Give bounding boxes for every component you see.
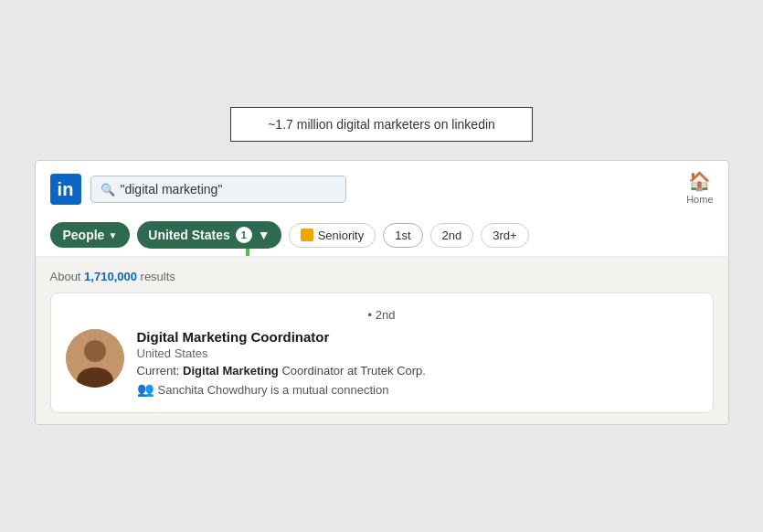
people-label: People bbox=[63, 228, 105, 242]
current-bold: Digital Marketing bbox=[183, 364, 279, 378]
country-dropdown-icon: ▼ bbox=[258, 228, 270, 242]
search-query-text: "digital marketing" bbox=[121, 182, 223, 197]
home-icon: 🏠 bbox=[688, 170, 711, 192]
results-area: About 1,710,000 results • 2nd Digital Ma… bbox=[36, 259, 728, 424]
person-info: Digital Marketing Coordinator United Sta… bbox=[66, 329, 698, 398]
connection-degree-text: • 2nd bbox=[368, 308, 396, 322]
home-button[interactable]: 🏠 Home bbox=[686, 170, 713, 205]
country-count-badge: 1 bbox=[236, 227, 252, 243]
connection-degree: • 2nd bbox=[66, 308, 698, 322]
person-job-title: Digital Marketing Coordinator bbox=[137, 329, 698, 345]
logo-text: in bbox=[58, 179, 74, 200]
filter-bar: People ▼ United States 1 ▼ Seniority 1st… bbox=[36, 214, 728, 259]
person-details: Digital Marketing Coordinator United Sta… bbox=[137, 329, 698, 398]
results-count-number: 1,710,000 bbox=[84, 270, 137, 283]
second-label: 2nd bbox=[442, 229, 462, 242]
current-prefix: Current: bbox=[137, 364, 184, 378]
linkedin-logo: in bbox=[50, 174, 81, 205]
person-current: Current: Digital Marketing Coordinator a… bbox=[137, 364, 698, 378]
country-filter-button[interactable]: United States 1 ▼ bbox=[137, 221, 281, 249]
search-bar[interactable]: 🔍 "digital marketing" bbox=[90, 176, 346, 203]
people-filter-button[interactable]: People ▼ bbox=[50, 222, 131, 248]
second-connection-button[interactable]: 2nd bbox=[430, 223, 474, 248]
person-location: United States bbox=[137, 346, 698, 360]
avatar-image bbox=[66, 329, 124, 388]
results-count-prefix: About bbox=[50, 270, 85, 283]
mutual-text: Sanchita Chowdhury is a mutual connectio… bbox=[158, 383, 389, 397]
seniority-filter-button[interactable]: Seniority bbox=[289, 223, 376, 248]
seniority-icon bbox=[301, 229, 313, 241]
mutual-icon: 👥 bbox=[137, 381, 154, 398]
country-label: United States bbox=[148, 228, 229, 242]
search-icon: 🔍 bbox=[101, 183, 115, 197]
seniority-label: Seniority bbox=[318, 229, 365, 242]
first-label: 1st bbox=[395, 229, 410, 242]
third-connection-button[interactable]: 3rd+ bbox=[481, 223, 528, 248]
linkedin-header: in 🔍 "digital marketing" 🏠 Home bbox=[36, 161, 728, 214]
results-count: About 1,710,000 results bbox=[50, 270, 714, 283]
top-label-text: ~1.7 million digital marketers on linked… bbox=[268, 117, 495, 132]
top-label: ~1.7 million digital marketers on linked… bbox=[230, 107, 533, 142]
current-suffix: Coordinator at Trutek Corp. bbox=[279, 364, 426, 378]
first-connection-button[interactable]: 1st bbox=[383, 223, 422, 248]
active-filter-indicator bbox=[246, 249, 249, 256]
people-dropdown-icon: ▼ bbox=[108, 230, 117, 240]
main-card: in 🔍 "digital marketing" 🏠 Home People ▼… bbox=[35, 160, 729, 425]
home-label: Home bbox=[686, 194, 713, 205]
result-card: • 2nd Digital Marketing Coordinator Unit… bbox=[50, 293, 714, 413]
avatar bbox=[66, 329, 124, 388]
svg-point-1 bbox=[84, 340, 106, 362]
results-count-suffix: results bbox=[137, 270, 175, 283]
mutual-connection: 👥 Sanchita Chowdhury is a mutual connect… bbox=[137, 381, 698, 398]
third-label: 3rd+ bbox=[493, 229, 516, 242]
